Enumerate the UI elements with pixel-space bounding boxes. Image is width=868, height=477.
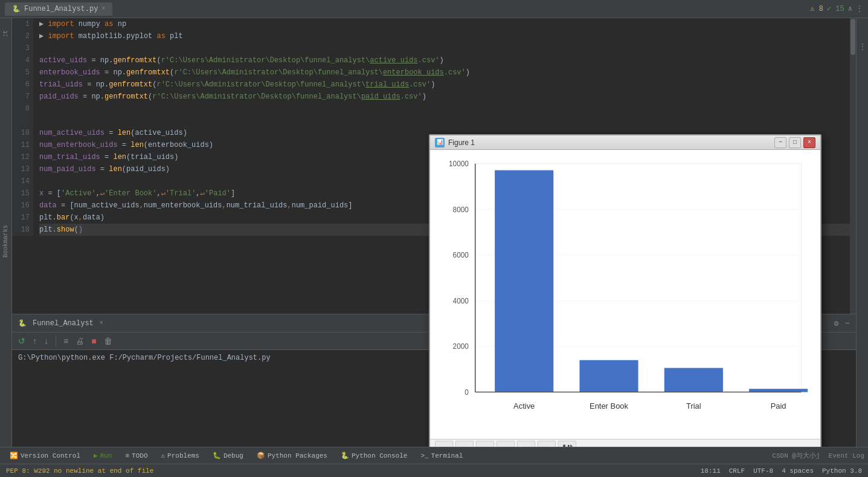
print-button[interactable]: 🖨 (73, 335, 86, 347)
code-line-9 (39, 115, 850, 127)
tab-todo[interactable]: ≡ TODO (119, 450, 153, 461)
run-command: G:\Python\python.exe F:/Pycharm/Projects… (18, 354, 271, 362)
tab-close[interactable]: × (101, 5, 105, 12)
tab-run[interactable]: ▶ Run (88, 450, 118, 461)
code-line-2: ▶ import matplotlib.pyplot as plt (39, 30, 850, 42)
python-version[interactable]: Python 3.8 (822, 467, 862, 475)
run-settings-icon[interactable]: ⚙ (834, 319, 839, 328)
figure-close-button[interactable]: × (803, 137, 815, 148)
tab-debug[interactable]: 🐛 Debug (207, 450, 249, 461)
tab-problems[interactable]: ⚠ Problems (155, 450, 205, 461)
todo-label: TODO (132, 452, 147, 459)
svg-text:Enter Book: Enter Book (590, 401, 629, 410)
bar-chart: 0 2000 4000 6000 8000 10000 (436, 156, 814, 432)
figure-pan-button[interactable]: ✥ (497, 441, 515, 447)
pep8-warning: PEP 8: W292 no newline at end of file (6, 467, 153, 475)
ok-count: ✓ 15 (827, 4, 844, 13)
figure-title: Figure 1 (448, 138, 774, 147)
run-tab-close[interactable]: × (100, 320, 103, 326)
figure-maximize-button[interactable]: □ (789, 137, 801, 148)
expand-icon[interactable]: ∧ (848, 4, 852, 13)
figure-minimize-button[interactable]: − (774, 137, 786, 148)
problems-icon: ⚠ (161, 452, 165, 459)
figure-titlebar: 📊 Figure 1 − □ × (430, 135, 820, 150)
figure-forward-button[interactable]: → (476, 441, 494, 447)
code-line-5: enterbook_uids = np.genfromtxt(r'C:\User… (39, 67, 850, 79)
figure-body: 0 2000 4000 6000 8000 10000 (430, 150, 820, 438)
figure-app-icon: 📊 (435, 138, 445, 148)
debug-icon: 🐛 (213, 452, 221, 459)
figure-toolbar: ⌂ ← → ✥ ⊕ ⚙ 💾 (430, 439, 820, 447)
warning-count: ⚠ 8 (810, 4, 823, 13)
bar-active (495, 170, 553, 392)
figure-window[interactable]: 📊 Figure 1 − □ × 0 (429, 134, 821, 447)
svg-text:2000: 2000 (453, 343, 469, 351)
figure-config-button[interactable]: ⚙ (538, 441, 556, 447)
code-line-1: ▶ import numpy as np (39, 18, 850, 30)
run-tab-label[interactable]: Funnel_Analyst (33, 319, 94, 328)
svg-text:8000: 8000 (453, 206, 469, 214)
svg-text:10000: 10000 (449, 160, 469, 168)
run-close-panel[interactable]: − (845, 319, 850, 328)
status-bar: PEP 8: W292 no newline at end of file 18… (0, 464, 868, 477)
code-line-3 (39, 42, 850, 54)
stop-button[interactable]: ■ (89, 335, 98, 347)
terminal-label: Terminal (431, 452, 463, 459)
code-line-6: trial_uids = np.genfromtxt(r'C:\Users\Ad… (39, 79, 850, 91)
tab-terminal[interactable]: >_ Terminal (414, 450, 469, 461)
scroll-thumb[interactable] (850, 19, 855, 55)
bookmarks-label[interactable]: Bookmarks (2, 225, 9, 258)
cursor-position[interactable]: 18:11 (701, 467, 721, 475)
version-control-icon: 🔀 (10, 452, 18, 459)
scroll-track[interactable] (850, 18, 856, 314)
python-console-label: Python Console (352, 452, 407, 459)
python-packages-label: Python Packages (268, 452, 327, 459)
code-line-4: active_uids = np.genfromtxt(r'C:\Users\A… (39, 54, 850, 67)
svg-text:4000: 4000 (453, 297, 469, 305)
menu-icon[interactable]: ⋮ (856, 4, 863, 13)
tab-filename: Funnel_Analyst.py (24, 5, 98, 13)
debug-label: Debug (223, 452, 243, 459)
svg-text:6000: 6000 (453, 251, 469, 259)
bar-trial (664, 368, 723, 392)
figure-back-button[interactable]: ← (455, 441, 474, 447)
scroll-down-button[interactable]: ↓ (42, 335, 51, 347)
code-line-8 (39, 103, 850, 115)
status-right: 18:11 CRLF UTF-8 4 spaces Python 3.8 (701, 467, 862, 475)
code-line-7: paid_uids = np.genfromtxt(r'C:\Users\Adm… (39, 91, 850, 103)
scroll-up-button[interactable]: ↑ (30, 335, 39, 347)
python-console-icon: 🐍 (341, 452, 349, 459)
svg-text:0: 0 (465, 388, 469, 397)
tab-python-console[interactable]: 🐍 Python Console (335, 450, 413, 461)
run-label: Run (100, 452, 112, 459)
tab-version-control[interactable]: 🔀 Version Control (4, 450, 86, 461)
soft-wrap-button[interactable]: ≡ (61, 335, 71, 347)
clear-button[interactable]: 🗑 (101, 335, 115, 347)
right-sidebar-icon-1[interactable]: ⋮ (859, 42, 866, 51)
editor-tab-bar: 🐍 Funnel_Analyst.py × ⚠ 8 ✓ 15 ∧ ⋮ (0, 0, 868, 18)
tab-python-packages[interactable]: 📦 Python Packages (251, 450, 333, 461)
run-icon: ▶ (94, 452, 98, 459)
figure-window-controls[interactable]: − □ × (774, 137, 815, 148)
encoding[interactable]: UTF-8 (753, 467, 773, 475)
terminal-icon: >_ (420, 452, 428, 459)
bottom-tab-bar: 🔀 Version Control ▶ Run ≡ TODO ⚠ Problem… (0, 447, 868, 464)
indent-setting[interactable]: 4 spaces (782, 467, 814, 475)
bar-paid (749, 389, 808, 392)
rerun-button[interactable]: ↺ (16, 335, 28, 347)
svg-text:Paid: Paid (771, 401, 786, 410)
figure-home-button[interactable]: ⌂ (435, 441, 453, 447)
event-log-label[interactable]: Event Log (829, 452, 864, 459)
figure-zoom-button[interactable]: ⊕ (517, 441, 535, 447)
top-right-info: ⚠ 8 ✓ 15 ∧ ⋮ (810, 4, 863, 13)
bar-enterbook (579, 360, 638, 392)
problems-label: Problems (167, 452, 199, 459)
file-tab[interactable]: 🐍 Funnel_Analyst.py × (5, 2, 112, 16)
bottom-right-info: CSDN @与大小j Event Log (772, 451, 864, 460)
figure-save-button[interactable]: 💾 (558, 441, 576, 447)
python-packages-icon: 📦 (257, 452, 265, 459)
svg-text:Trial: Trial (686, 401, 701, 410)
line-separator[interactable]: CRLF (729, 467, 745, 475)
todo-icon: ≡ (125, 452, 129, 459)
version-control-label: Version Control (21, 452, 80, 459)
